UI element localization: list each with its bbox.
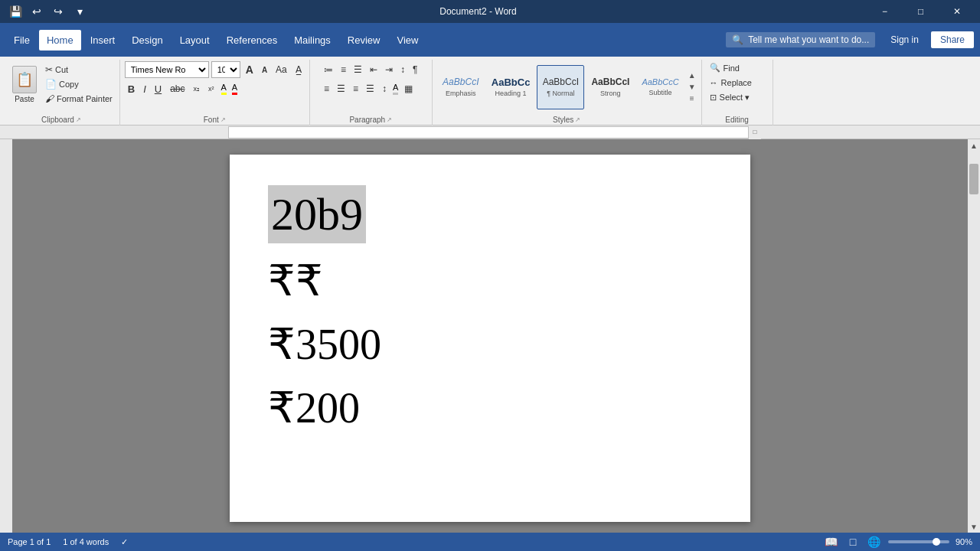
scroll-up-button[interactable]: ▲ [968,139,980,152]
scroll-down-button[interactable]: ▼ [968,520,980,533]
qa-dropdown-button[interactable]: ▾ [70,2,89,21]
undo-button[interactable]: ↩ [28,2,46,21]
paragraph-expand-icon[interactable]: ↗ [387,116,392,123]
cut-button[interactable]: ✂ Cut [43,63,115,77]
share-button[interactable]: Share [931,31,974,48]
doc-line-4[interactable]: ₹200 [268,383,712,434]
menu-layout[interactable]: Layout [172,30,217,51]
styles-more[interactable]: ≡ [688,93,697,103]
italic-button[interactable]: I [140,80,149,97]
redo-button[interactable]: ↪ [49,2,67,21]
menu-bar: File Home Insert Design Layout Reference… [0,23,980,57]
decrease-indent-button[interactable]: ⇤ [367,61,381,78]
copy-icon: 📄 [45,79,57,90]
change-case-button[interactable]: A̲ [292,61,305,78]
find-icon: 🔍 [710,63,720,73]
format-painter-button[interactable]: 🖌 Format Painter [43,92,115,106]
ribbon-group-clipboard: 📋 Paste ✂ Cut 📄 Copy 🖌 Format Painter [3,60,120,126]
style-normal[interactable]: AaBbCcI ¶ Normal [537,65,584,109]
font-color-button[interactable]: A [230,82,239,96]
clipboard-expand-icon[interactable]: ↗ [76,116,81,123]
doc-line-1[interactable]: 20b9 [268,185,712,243]
font-name-select[interactable]: Times New Ro [125,61,209,78]
style-subtitle-label: Subtitle [649,89,672,96]
document-scroll[interactable]: 20b9 ₹₹ ₹3500 ₹200 [12,139,968,533]
line-spacing-button[interactable]: ↕ [379,80,390,97]
page-status: Page 1 of 1 [8,537,51,546]
grow-font-button[interactable]: A [243,61,256,78]
window-title: Document2 - Word [89,6,867,17]
style-strong[interactable]: AaBbCcI Strong [586,65,635,109]
clipboard-group-label: Clipboard ↗ [8,114,115,124]
paste-icon: 📋 [12,66,37,93]
save-button[interactable]: 💾 [6,2,24,21]
menu-home[interactable]: Home [39,30,81,51]
style-normal-preview: AaBbCcI [543,77,579,87]
font-size-select[interactable]: 100 [211,61,240,78]
menu-design[interactable]: Design [124,30,170,51]
menu-view[interactable]: View [389,30,426,51]
strikethrough-button[interactable]: abc [167,80,188,97]
menu-review[interactable]: Review [340,30,388,51]
styles-scroll-down[interactable]: ▼ [688,82,697,92]
shading-button[interactable]: A [391,82,400,96]
select-icon: ⊡ [710,93,717,103]
menu-file[interactable]: File [6,30,38,51]
bullets-button[interactable]: ≔ [321,61,336,78]
numbering-button[interactable]: ≡ [338,61,349,78]
increase-indent-button[interactable]: ⇥ [382,61,396,78]
read-mode-button[interactable]: 📖 [824,534,839,549]
close-button[interactable]: ✕ [939,0,974,23]
print-layout-button[interactable]: □ [845,534,861,549]
font-content: Times New Ro 100 A A Aa A̲ B I U abc x₂ … [125,61,305,114]
zoom-slider[interactable] [888,540,949,543]
style-subtitle[interactable]: AaBbCcC Subtitle [636,65,684,109]
styles-scroll-up[interactable]: ▲ [688,70,697,80]
select-button[interactable]: ⊡ Select ▾ [707,91,768,104]
superscript-button[interactable]: x² [205,80,217,97]
ribbon-group-styles: AaBbCcI Emphasis AaBbCc Heading 1 AaBbCc… [433,60,702,126]
font-expand-icon[interactable]: ↗ [220,116,226,123]
underline-button[interactable]: U [152,80,165,97]
document-page[interactable]: 20b9 ₹₹ ₹3500 ₹200 [230,155,750,522]
style-emphasis[interactable]: AaBbCcI Emphasis [437,65,485,109]
ruler-area: □ [0,126,980,139]
vertical-scrollbar[interactable]: ▲ ▼ [968,139,980,533]
menu-references[interactable]: References [219,30,285,51]
copy-button[interactable]: 📄 Copy [43,77,115,91]
bold-button[interactable]: B [125,80,138,97]
replace-button[interactable]: ↔ Replace [707,77,768,89]
find-button[interactable]: 🔍 Find [707,61,768,74]
menu-mailings[interactable]: Mailings [286,30,338,51]
sign-in-button[interactable]: Sign in [883,31,926,48]
align-left-button[interactable]: ≡ [321,80,332,97]
align-right-button[interactable]: ≡ [350,80,361,97]
styles-group-label: Styles ↗ [437,114,697,124]
menu-insert[interactable]: Insert [83,30,123,51]
doc-line-3[interactable]: ₹3500 [268,319,712,370]
borders-button[interactable]: ▦ [401,80,416,97]
shading-color-bar [393,93,398,95]
shrink-font-button[interactable]: A [259,61,270,78]
minimize-button[interactable]: − [867,0,902,23]
text-highlight-button[interactable]: A [220,82,228,96]
sort-button[interactable]: ↕ [397,61,408,78]
font-row-1: Times New Ro 100 A A Aa A̲ [125,61,305,78]
show-hide-button[interactable]: ¶ [410,61,420,78]
style-heading1[interactable]: AaBbCc Heading 1 [486,65,536,109]
maximize-button[interactable]: □ [903,0,938,23]
paste-button[interactable]: 📋 Paste [8,61,41,107]
tell-me-search[interactable]: 🔍 Tell me what you want to do... [726,32,875,47]
multilevel-button[interactable]: ☰ [351,61,365,78]
styles-expand-icon[interactable]: ↗ [575,116,580,123]
doc-line-2[interactable]: ₹₹ [268,256,712,307]
editing-buttons: 🔍 Find ↔ Replace ⊡ Select ▾ [707,61,768,104]
web-layout-button[interactable]: 🌐 [867,534,882,549]
subscript-button[interactable]: x₂ [191,80,204,97]
justify-button[interactable]: ☰ [363,80,377,97]
clear-format-button[interactable]: Aa [273,61,290,78]
styles-scroll-buttons: ▲ ▼ ≡ [688,70,697,103]
align-center-button[interactable]: ☰ [334,80,348,97]
ruler-corner-button[interactable]: □ [753,129,757,135]
scroll-thumb[interactable] [969,164,978,194]
